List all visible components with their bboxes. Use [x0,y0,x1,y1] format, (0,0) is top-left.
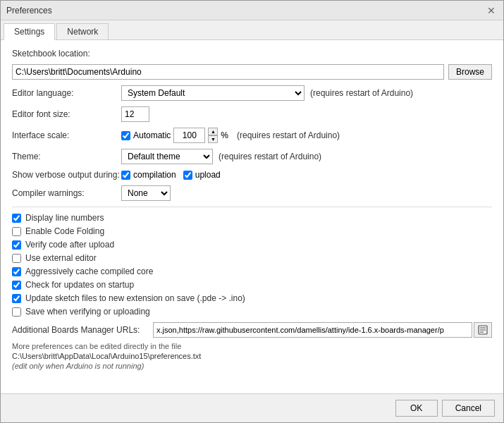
checkbox-aggressively-cache: Aggressively cache compiled core [12,266,492,276]
verify-code-checkbox[interactable] [12,240,21,250]
verbose-upload-group: upload [183,170,221,180]
info-line3: (edit only when Arduino is not running) [12,362,492,370]
checkbox-use-external-editor: Use external editor [12,253,492,263]
theme-hint: (requires restart of Arduino) [219,152,321,161]
check-updates-label[interactable]: Check for updates on startup [25,280,134,290]
sketchbook-input-row: Browse [12,64,492,80]
verbose-compilation-label[interactable]: compilation [133,170,176,180]
verbose-row: Show verbose output during: compilation … [12,170,492,180]
window-title: Preferences [6,6,52,16]
verbose-compilation-checkbox[interactable] [121,171,130,180]
scale-up-btn[interactable]: ▲ [208,128,218,135]
theme-row: Theme: Default theme (requires restart o… [12,149,492,164]
verify-code-label[interactable]: Verify code after upload [25,240,114,250]
tab-bar: Settings Network [1,20,503,40]
browse-button[interactable]: Browse [448,64,492,80]
scale-unit: % [221,130,228,140]
info-section: More preferences can be edited directly … [12,342,492,370]
display-line-numbers-label[interactable]: Display line numbers [25,213,104,223]
sketchbook-input[interactable] [12,64,444,80]
checkbox-verify-code: Verify code after upload [12,240,492,250]
footer: OK Cancel [1,393,503,422]
scale-hint: (requires restart of Arduino) [237,130,340,140]
verbose-upload-checkbox[interactable] [183,171,192,180]
interface-scale-row: Interface scale: Automatic ▲ ▼ % (requir… [12,128,492,143]
checkbox-save-when-verifying: Save when verifying or uploading [12,307,492,317]
save-when-verifying-checkbox[interactable] [12,307,21,317]
settings-content: Sketchbook location: Browse Editor langu… [1,40,503,393]
scale-input[interactable] [173,128,205,143]
verbose-label: Show verbose output during: [12,170,121,180]
tab-network[interactable]: Network [56,23,109,39]
save-when-verifying-label[interactable]: Save when verifying or uploading [25,307,150,317]
cancel-button[interactable]: Cancel [442,400,495,417]
boards-url-label: Additional Boards Manager URLs: [12,325,153,335]
info-line1: More preferences can be edited directly … [12,342,492,350]
editor-font-label: Editor font size: [12,109,121,119]
scale-down-btn[interactable]: ▼ [208,135,218,143]
aggressively-cache-checkbox[interactable] [12,267,21,276]
update-sketch-label[interactable]: Update sketch files to new extension on … [25,293,245,303]
boards-url-input[interactable] [153,322,472,338]
editor-font-input[interactable] [121,106,149,122]
checkbox-display-line-numbers: Display line numbers [12,213,492,223]
compiler-warnings-row: Compiler warnings: None Default More All [12,185,492,201]
aggressively-cache-label[interactable]: Aggressively cache compiled core [25,266,153,276]
theme-select[interactable]: Default theme [121,149,213,164]
title-bar: Preferences ✕ [1,1,503,20]
close-button[interactable]: ✕ [485,4,498,17]
update-sketch-checkbox[interactable] [12,294,21,303]
display-line-numbers-checkbox[interactable] [12,214,21,223]
info-line2: C:\Users\britt\AppData\Local\Arduino15\p… [12,352,492,360]
automatic-label[interactable]: Automatic [133,130,171,140]
interface-scale-label: Interface scale: [12,130,121,140]
compiler-warnings-label: Compiler warnings: [12,188,121,198]
theme-label: Theme: [12,152,121,161]
use-external-editor-label[interactable]: Use external editor [25,253,97,263]
check-updates-checkbox[interactable] [12,281,21,290]
boards-url-icon-button[interactable] [474,322,492,338]
verbose-compilation-group: compilation [121,170,176,180]
automatic-checkbox[interactable] [121,131,130,140]
enable-code-folding-checkbox[interactable] [12,227,21,236]
sketchbook-row: Sketchbook location: [12,49,492,59]
scale-group: Automatic ▲ ▼ % (requires restart of Ard… [121,128,340,143]
editor-language-label: Editor language: [12,88,121,98]
use-external-editor-checkbox[interactable] [12,254,21,263]
checkbox-check-updates: Check for updates on startup [12,280,492,290]
editor-language-select[interactable]: System Default [121,85,305,101]
enable-code-folding-label[interactable]: Enable Code Folding [25,226,104,236]
compiler-warnings-select[interactable]: None Default More All [121,185,171,201]
checkboxes-section: Display line numbers Enable Code Folding… [12,207,492,317]
sketchbook-label: Sketchbook location: [12,49,121,59]
checkbox-update-sketch: Update sketch files to new extension on … [12,293,492,303]
tab-settings[interactable]: Settings [4,23,55,40]
verbose-upload-label[interactable]: upload [195,170,221,180]
ok-button[interactable]: OK [395,400,438,417]
preferences-window: Preferences ✕ Settings Network Sketchboo… [0,0,504,423]
boards-url-row: Additional Boards Manager URLs: [12,322,492,338]
editor-language-hint: (requires restart of Arduino) [310,88,413,98]
checkbox-enable-code-folding: Enable Code Folding [12,226,492,236]
editor-language-row: Editor language: System Default (require… [12,85,492,101]
scale-spinner: ▲ ▼ [208,128,218,143]
editor-font-row: Editor font size: [12,106,492,122]
